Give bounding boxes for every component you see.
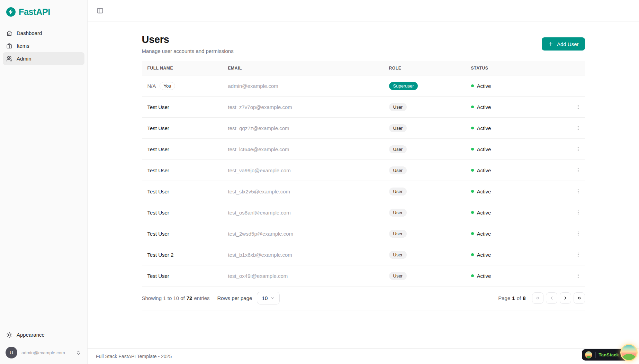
table-row[interactable]: Test User test_ox49i@example.com User Ac… [142, 265, 585, 286]
cell-email: test_2wsd5p@example.com [223, 231, 384, 237]
column-header-status: STATUS [466, 66, 566, 71]
tanstack-island-icon[interactable] [620, 344, 638, 361]
devtools-divider [595, 352, 596, 358]
tanstack-logo-icon [585, 351, 592, 358]
users-icon [6, 56, 12, 62]
page-subtitle: Manage user accounts and permissions [142, 48, 234, 54]
content: Users Manage user accounts and permissio… [88, 21, 639, 348]
cell-email: test_va99jo@example.com [223, 167, 384, 173]
row-actions-button[interactable] [573, 123, 583, 133]
cell-status: Active [466, 83, 566, 89]
current-page: 1 [512, 295, 515, 301]
cell-full-name: Test User [142, 273, 223, 279]
sidebar-toggle-button[interactable] [96, 7, 104, 15]
table-header-row: FULL NAME EMAIL ROLE STATUS [142, 61, 585, 75]
total-entries: 72 [187, 295, 192, 301]
role-badge: User [389, 188, 407, 195]
cell-actions [566, 123, 585, 133]
cell-email: admin@example.com [223, 83, 384, 89]
table-body: N/A You admin@example.com Superuser Acti… [142, 75, 585, 286]
role-badge: User [389, 230, 407, 238]
chevron-left-icon [549, 295, 554, 301]
cell-actions [566, 208, 585, 217]
cell-email: test_slx2v5@example.com [223, 189, 384, 194]
sidebar-item-items[interactable]: Items [3, 39, 84, 52]
tanstack-devtools-pill[interactable]: TanStack [582, 349, 633, 361]
briefcase-icon [6, 43, 12, 49]
table-row[interactable]: Test User test_lct64e@example.com User A… [142, 139, 585, 160]
showing-entries-text: Showing 1 to 10 of72entries [142, 295, 210, 301]
cell-full-name: Test User [142, 146, 223, 152]
user-email: admin@example.com [21, 350, 72, 355]
row-actions-button[interactable] [573, 165, 583, 175]
cell-status: Active [466, 273, 566, 279]
cell-email: test_ox49i@example.com [223, 273, 384, 279]
chevrons-up-down-icon [76, 350, 81, 355]
status-label: Active [477, 83, 491, 89]
table-row[interactable]: Test User test_va99jo@example.com User A… [142, 160, 585, 181]
cell-full-name-text: N/A [147, 83, 156, 89]
table-row[interactable]: Test User 2 test_b1x6xb@example.com User… [142, 244, 585, 265]
add-user-label: Add User [557, 41, 579, 47]
you-badge: You [160, 82, 176, 90]
cell-email: test_qqz7z@example.com [223, 125, 384, 131]
first-page-button[interactable] [532, 292, 543, 304]
status-label: Active [477, 252, 491, 258]
cell-status: Active [466, 189, 566, 194]
sidebar-item-label: Items [17, 43, 29, 49]
sidebar-item-label: Admin [17, 56, 32, 62]
row-actions-button[interactable] [573, 271, 583, 281]
row-actions-button[interactable] [573, 186, 583, 196]
cell-full-name-text: Test User [147, 167, 169, 173]
role-badge: User [389, 103, 407, 111]
cell-status: Active [466, 252, 566, 258]
table-row[interactable]: Test User test_slx2v5@example.com User A… [142, 181, 585, 202]
role-badge: User [389, 145, 407, 153]
status-dot-icon [471, 274, 474, 277]
table-row[interactable]: Test User test_z7v7op@example.com User A… [142, 97, 585, 118]
users-table: FULL NAME EMAIL ROLE STATUS N/A You admi… [142, 61, 585, 286]
footer: Full Stack FastAPI Template - 2025 [88, 348, 639, 364]
next-page-button[interactable] [560, 292, 571, 304]
kebab-menu-icon [575, 231, 581, 236]
cell-actions [566, 271, 585, 281]
sidebar-item-admin[interactable]: Admin [3, 52, 84, 65]
user-menu[interactable]: U admin@example.com [3, 345, 84, 361]
last-page-button[interactable] [574, 292, 585, 304]
page-info: Page1of8 [498, 295, 525, 301]
status-label: Active [477, 167, 491, 173]
previous-page-button[interactable] [546, 292, 557, 304]
cell-full-name-text: Test User [147, 189, 169, 194]
row-actions-button[interactable] [573, 208, 583, 217]
rows-per-page-select[interactable]: 10 [257, 292, 280, 304]
table-row[interactable]: Test User test_qqz7z@example.com User Ac… [142, 118, 585, 139]
add-user-button[interactable]: Add User [542, 37, 585, 51]
sidebar-item-dashboard[interactable]: Dashboard [3, 27, 84, 39]
sidebar: FastAPI Dashboard Items [0, 0, 88, 364]
table-row[interactable]: N/A You admin@example.com Superuser Acti… [142, 75, 585, 97]
cell-email: test_lct64e@example.com [223, 146, 384, 152]
table-row[interactable]: Test User test_os8anl@example.com User A… [142, 202, 585, 223]
avatar: U [6, 347, 17, 358]
row-actions-button[interactable] [573, 229, 583, 238]
status-label: Active [477, 125, 491, 131]
cell-full-name: Test User [142, 104, 223, 110]
cell-full-name-text: Test User 2 [147, 252, 174, 258]
cell-role: User [384, 230, 466, 238]
cell-email: test_os8anl@example.com [223, 210, 384, 216]
cell-full-name: Test User 2 [142, 252, 223, 258]
column-header-email: EMAIL [223, 66, 384, 71]
role-badge: User [389, 209, 407, 217]
row-actions-button[interactable] [573, 102, 583, 112]
table-row[interactable]: Test User test_2wsd5p@example.com User A… [142, 223, 585, 244]
cell-full-name-text: Test User [147, 146, 169, 152]
kebab-menu-icon [575, 146, 581, 152]
rows-per-page-label: Rows per page [217, 295, 252, 301]
cell-actions [566, 186, 585, 196]
row-actions-button[interactable] [573, 144, 583, 154]
cell-role: User [384, 166, 466, 174]
row-actions-button[interactable] [573, 250, 583, 260]
appearance-button[interactable]: Appearance [3, 328, 84, 341]
brand-logo[interactable]: FastAPI [3, 6, 84, 17]
status-dot-icon [471, 148, 474, 151]
